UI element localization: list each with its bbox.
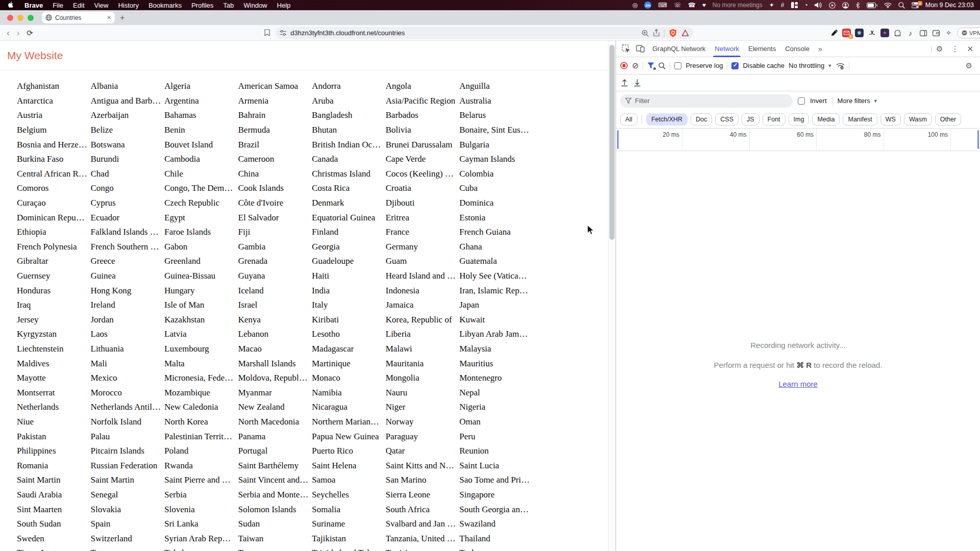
- clock-menubar-icon[interactable]: ◔: [804, 2, 808, 8]
- network-filter-input[interactable]: Filter: [620, 94, 793, 108]
- disable-cache-checkbox[interactable]: [731, 62, 739, 69]
- inspect-element-icon[interactable]: [619, 42, 632, 56]
- keyboard-icon[interactable]: ⌨: [658, 2, 667, 8]
- wifi-icon[interactable]: [884, 3, 892, 8]
- vpn-button[interactable]: VPN: [957, 28, 980, 38]
- network-settings-icon[interactable]: ⚙: [962, 61, 976, 70]
- timeline-left-handle[interactable]: [617, 130, 619, 149]
- email-extension-icon[interactable]: 6: [842, 29, 851, 37]
- filter-chip-fetch-xhr[interactable]: Fetch/XHR: [646, 113, 688, 126]
- menu-help[interactable]: Help: [277, 2, 291, 9]
- filter-chip-other[interactable]: Other: [935, 113, 961, 126]
- ghost-extension-icon[interactable]: [893, 29, 902, 37]
- address-bar[interactable]: d3hzn3tyfnt3th.cloudfront.net/countries: [276, 27, 693, 39]
- bluetooth-icon[interactable]: [855, 2, 860, 9]
- url-text[interactable]: d3hzn3tyfnt3th.cloudfront.net/countries: [290, 29, 638, 37]
- devtools-settings-icon[interactable]: ⚙: [933, 44, 946, 54]
- menu-profiles[interactable]: Profiles: [191, 2, 213, 9]
- hash-icon[interactable]: #: [781, 2, 785, 8]
- filter-chip-ws[interactable]: WS: [880, 113, 901, 126]
- menu-edit[interactable]: Edit: [73, 2, 84, 9]
- site-title[interactable]: My Website: [7, 49, 63, 62]
- menu-bookmarks[interactable]: Bookmarks: [149, 2, 182, 9]
- sidebar-extension-icon[interactable]: [919, 29, 927, 37]
- devtools-close-icon[interactable]: ✕: [963, 44, 977, 54]
- device-toolbar-icon[interactable]: [633, 42, 647, 56]
- zoom-page-icon[interactable]: [642, 30, 649, 37]
- heart-icon[interactable]: ♥: [702, 2, 706, 8]
- filter-chip-wasm[interactable]: Wasm: [904, 113, 932, 126]
- eyedropper-extension-icon[interactable]: [829, 29, 838, 37]
- preserve-log-checkbox[interactable]: [674, 62, 681, 69]
- menubar-clock[interactable]: Mon 9 Dec 23:03: [925, 2, 974, 9]
- devtools-tab-elements[interactable]: Elements: [744, 41, 780, 57]
- leo-ai-icon[interactable]: ✧: [944, 29, 953, 37]
- site-settings-icon[interactable]: [280, 30, 286, 36]
- filter-chip-media[interactable]: Media: [812, 113, 840, 126]
- zoom-app-icon[interactable]: zm: [644, 2, 651, 9]
- throttling-dropdown[interactable]: No throttling ▼: [789, 62, 832, 69]
- more-filters-dropdown[interactable]: More filters ▼: [838, 97, 878, 105]
- invert-label[interactable]: Invert: [810, 97, 827, 105]
- share-icon[interactable]: [653, 29, 659, 37]
- invert-checkbox[interactable]: [798, 97, 805, 105]
- tab-close-icon[interactable]: ✕: [107, 15, 111, 20]
- pinwheel-icon[interactable]: ✦: [769, 2, 774, 8]
- window-close-button[interactable]: [7, 15, 13, 21]
- filter-chip-doc[interactable]: Doc: [691, 113, 712, 126]
- learn-more-link[interactable]: Learn more: [778, 380, 818, 388]
- menu-brave[interactable]: Brave: [24, 2, 43, 9]
- pattern-extension-icon[interactable]: ✦: [880, 29, 889, 37]
- play-circle-icon[interactable]: [829, 2, 836, 9]
- devtools-tab-console[interactable]: Console: [780, 41, 814, 57]
- brave-shields-icon[interactable]: [669, 29, 677, 37]
- filter-chip-css[interactable]: CSS: [715, 113, 739, 126]
- control-center-icon[interactable]: u: [912, 2, 919, 8]
- preserve-log-label[interactable]: Preserve log: [685, 62, 723, 69]
- battery-icon[interactable]: [867, 3, 877, 8]
- phone-app-icon[interactable]: ☎: [688, 2, 696, 8]
- devtools-tab-graphql-network[interactable]: GraphQL Network: [648, 41, 710, 57]
- new-tab-button[interactable]: +: [120, 14, 125, 22]
- screen-record-icon[interactable]: ◎: [632, 2, 638, 8]
- import-har-icon[interactable]: [621, 79, 628, 87]
- disable-cache-label[interactable]: Disable cache: [743, 62, 785, 69]
- filter-chip-img[interactable]: Img: [789, 113, 810, 126]
- volume-icon[interactable]: [815, 2, 822, 8]
- phone-lock-icon[interactable]: ☏: [674, 2, 681, 8]
- clear-network-log-icon[interactable]: ⊘: [632, 62, 639, 70]
- devtools-tab-network[interactable]: Network: [710, 41, 744, 57]
- scrollbar-thumb[interactable]: [609, 45, 615, 240]
- filter-chip-manifest[interactable]: Manifest: [843, 113, 877, 126]
- network-conditions-icon[interactable]: [836, 62, 845, 69]
- menu-file[interactable]: File: [53, 2, 63, 9]
- menu-view[interactable]: View: [94, 2, 109, 9]
- search-network-icon[interactable]: [658, 62, 666, 69]
- wallet-extension-icon[interactable]: [932, 29, 940, 37]
- atom-extension-icon[interactable]: ❋: [855, 29, 864, 37]
- filter-chip-font[interactable]: Font: [763, 113, 786, 126]
- menu-window[interactable]: Window: [243, 2, 267, 9]
- forward-button[interactable]: ›: [13, 29, 23, 37]
- filter-chip-js[interactable]: JS: [742, 113, 760, 126]
- user-account-icon[interactable]: [842, 2, 849, 9]
- record-network-log-button[interactable]: [620, 62, 628, 69]
- reload-button[interactable]: ⟳: [23, 29, 37, 37]
- filter-toggle-icon[interactable]: [647, 62, 654, 69]
- meeting-status-text[interactable]: No more meetings: [713, 2, 763, 9]
- devtools-kebab-menu-icon[interactable]: ⋮: [947, 44, 962, 54]
- window-minimize-button[interactable]: [17, 15, 23, 21]
- more-tabs-icon[interactable]: »: [815, 45, 825, 53]
- window-layout-icon[interactable]: [791, 2, 798, 8]
- timeline-right-handle[interactable]: [977, 130, 979, 149]
- tab-countries[interactable]: Countries ✕: [42, 12, 115, 23]
- x-extension-icon[interactable]: .X.: [868, 29, 876, 37]
- menu-tab[interactable]: Tab: [223, 2, 234, 9]
- back-button[interactable]: ‹: [3, 29, 13, 37]
- page-scrollbar[interactable]: [608, 41, 616, 551]
- bookmark-icon[interactable]: [264, 29, 270, 36]
- menu-history[interactable]: History: [118, 2, 138, 9]
- spotlight-search-icon[interactable]: [898, 2, 905, 9]
- export-har-icon[interactable]: [634, 79, 641, 87]
- filter-chip-all[interactable]: All: [620, 113, 638, 126]
